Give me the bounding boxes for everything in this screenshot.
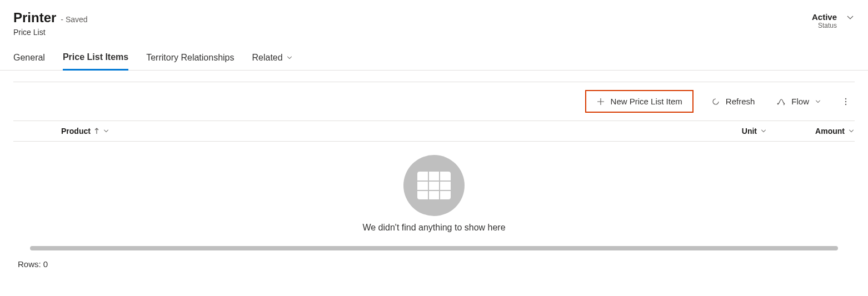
tab-label: Price List Items [63, 52, 128, 62]
tab-related[interactable]: Related [252, 52, 292, 70]
svg-rect-4 [417, 172, 451, 199]
status-block[interactable]: Active Status [812, 10, 855, 29]
refresh-icon [711, 97, 720, 106]
button-label: Refresh [726, 97, 755, 106]
column-label: Unit [742, 127, 757, 136]
svg-point-1 [845, 98, 846, 99]
price-list-items-subgrid: New Price List Item Refresh Flow [13, 82, 855, 278]
chevron-down-icon[interactable] [760, 128, 767, 134]
empty-state-message: We didn't find anything to show here [362, 223, 505, 233]
title-block: Printer - Saved Price List [13, 10, 88, 37]
tab-price-list-items[interactable]: Price List Items [63, 52, 128, 71]
tabs-bar: General Price List Items Territory Relat… [0, 37, 868, 71]
column-label: Amount [815, 127, 845, 136]
row-count: Rows: 0 [13, 250, 855, 278]
status-value: Active [812, 12, 837, 22]
new-price-list-item-button[interactable]: New Price List Item [592, 94, 687, 108]
svg-point-3 [845, 103, 846, 104]
chevron-down-icon[interactable] [103, 128, 109, 134]
refresh-button[interactable]: Refresh [707, 94, 760, 108]
title-line: Printer - Saved [13, 10, 88, 26]
column-header-row: Product Unit Amount [13, 121, 855, 142]
column-header-amount[interactable]: Amount [767, 127, 855, 136]
svg-point-0 [777, 103, 779, 104]
flow-button[interactable]: Flow [772, 94, 826, 108]
column-label: Product [61, 127, 91, 136]
chevron-down-icon [286, 54, 293, 61]
column-header-unit[interactable]: Unit [517, 127, 767, 136]
empty-grid-icon [403, 155, 465, 216]
page-title: Printer [13, 10, 56, 26]
svg-point-2 [845, 101, 846, 102]
plus-icon [596, 97, 605, 106]
button-label: New Price List Item [611, 97, 682, 106]
vertical-ellipsis-icon [841, 97, 850, 106]
tab-general[interactable]: General [13, 52, 45, 70]
tab-label: Related [252, 53, 282, 63]
chevron-down-icon [815, 98, 821, 105]
subgrid-area: New Price List Item Refresh Flow [0, 71, 868, 278]
flow-icon [777, 97, 786, 106]
empty-state: We didn't find anything to show here [13, 142, 855, 239]
tab-label: General [13, 53, 45, 63]
saved-status: - Saved [61, 15, 87, 24]
chevron-down-icon[interactable] [846, 12, 855, 22]
horizontal-scrollbar[interactable] [30, 246, 838, 250]
page-header: Printer - Saved Price List Active Status [0, 0, 868, 37]
sort-ascending-icon [94, 128, 99, 134]
more-commands-button[interactable] [839, 95, 852, 108]
entity-type-label: Price List [13, 28, 88, 37]
annotation-highlight: New Price List Item [585, 90, 694, 113]
status-field-label: Status [818, 22, 837, 29]
chevron-down-icon[interactable] [848, 128, 855, 134]
tab-label: Territory Relationships [146, 53, 234, 63]
status-inner: Active Status [812, 12, 837, 29]
tab-territory-relationships[interactable]: Territory Relationships [146, 52, 234, 70]
column-header-product[interactable]: Product [61, 127, 517, 136]
button-label: Flow [791, 97, 809, 106]
subgrid-toolbar: New Price List Item Refresh Flow [13, 82, 855, 121]
